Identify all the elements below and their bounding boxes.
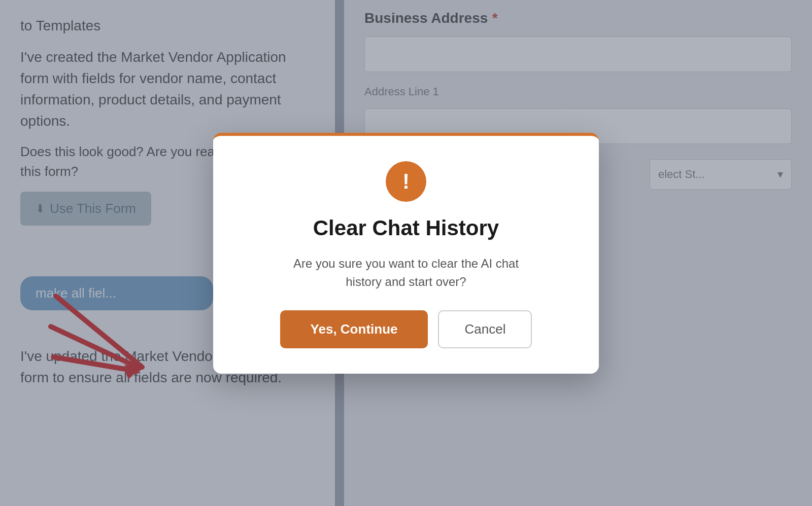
yes-continue-button[interactable]: Yes, Continue [280,310,428,348]
exclamation-icon: ! [402,169,410,194]
warning-icon-circle: ! [386,161,426,202]
modal-buttons: Yes, Continue Cancel [280,310,532,348]
modal-body: Are you sure you want to clear the AI ch… [293,255,519,291]
modal-title: Clear Chat History [313,216,499,240]
clear-chat-history-modal: ! Clear Chat History Are you sure you wa… [213,133,599,374]
modal-overlay[interactable]: ! Clear Chat History Are you sure you wa… [0,0,812,506]
cancel-button[interactable]: Cancel [438,310,532,348]
